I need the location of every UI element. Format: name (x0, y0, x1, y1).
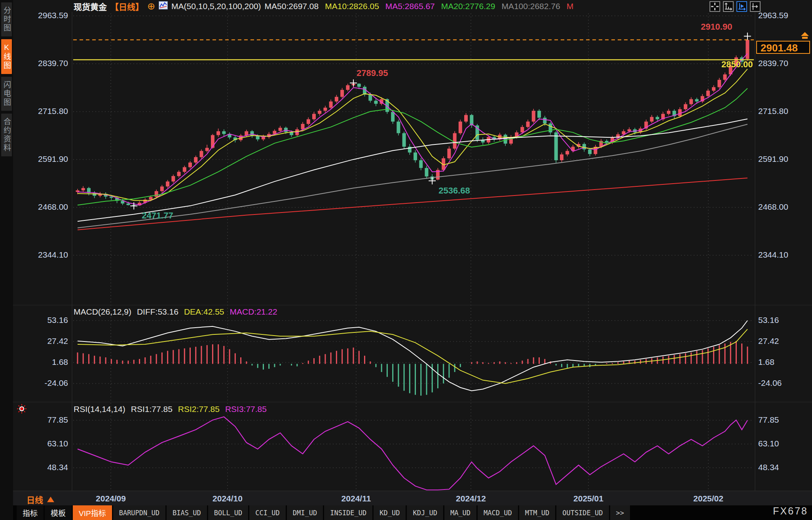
axis-label: 48.34 (758, 463, 779, 472)
axis-label: 1.68 (758, 357, 774, 366)
ma-legend-value: M (567, 2, 574, 11)
bottom-tab-insideud[interactable]: INSIDE_UD (324, 505, 372, 520)
axis-label: 2839.70 (758, 59, 788, 68)
ma-legend-value: MA5:2865.67 (385, 2, 435, 11)
bottom-tab-macdud[interactable]: MACD_UD (478, 505, 518, 520)
axis-label: 2715.80 (758, 106, 788, 116)
axis-label: 77.85 (47, 415, 68, 424)
axis-label: 2344.10 (38, 250, 68, 259)
sidebar-item-kline-chart[interactable]: K线图 (1, 39, 12, 74)
axis-label: 2468.00 (758, 202, 788, 211)
chart-canvas[interactable]: 2963.592963.592839.702839.702715.802715.… (0, 0, 812, 491)
price-annotation: 2536.68 (438, 186, 470, 195)
ma-legend-value: MA100:2682.76 (501, 2, 560, 11)
axis-label: -24.06 (44, 378, 68, 387)
ma-legend-value: MA50:2697.08 (265, 2, 319, 11)
bottom-tab-barupdnud[interactable]: BARUPDN_UD (113, 505, 165, 520)
period-tag: 【日线】 (110, 0, 144, 12)
timeframe-selector[interactable]: 日线 (27, 493, 54, 505)
axis-label: 2839.70 (38, 59, 68, 68)
axis-auto-icon[interactable] (736, 1, 747, 12)
axis-label: 63.10 (47, 439, 68, 448)
macd-params-label: MACD(26,12,9) (74, 307, 131, 317)
mini-chart-icon[interactable] (159, 1, 168, 11)
axis-label: 2715.80 (38, 106, 68, 116)
ma-legend-value: MA10:2826.05 (325, 2, 379, 11)
axis-label: 2591.90 (758, 154, 788, 163)
axis-label: -24.06 (758, 378, 782, 387)
axis-label: 53.16 (47, 315, 68, 325)
rsi-params-label: RSI(14,14,14) (74, 404, 125, 414)
rsi3-value: RSI3:77.85 (225, 404, 267, 414)
shift-right-icon[interactable] (750, 1, 761, 12)
bottom-tab-maud[interactable]: MA_UD (444, 505, 476, 520)
trading-app-window: 2963.592963.592839.702839.702715.802715.… (0, 0, 812, 520)
price-annotation: 2910.90 (701, 22, 732, 32)
month-label: 2025/02 (693, 494, 723, 503)
crosshair-icon[interactable] (710, 1, 720, 12)
bottom-tab-cciud[interactable]: CCI_UD (249, 505, 285, 520)
axis-label: 2468.00 (38, 202, 68, 211)
axis-label: 1.68 (52, 357, 68, 366)
month-label: 2024/09 (96, 494, 126, 503)
axis-scale-icon[interactable] (723, 1, 734, 12)
indicator-tab-bar: 指标模板VIP指标BARUPDN_UDBIAS_UDBOLL_UDCCI_UDD… (0, 505, 812, 520)
timeframe-label: 日线 (27, 493, 43, 505)
macd-pane-header: MACD(26,12,9) DIFF:53.16 DEA:42.55 MACD:… (74, 307, 277, 317)
alert-indicator-icon (17, 404, 27, 416)
macd-value: MACD:21.22 (230, 307, 277, 317)
price-annotation: 2789.95 (357, 68, 388, 78)
axis-label: 2963.59 (38, 11, 68, 20)
bottom-tab-outsideud[interactable]: OUTSIDE_UD (556, 505, 609, 520)
last-price-box: 2901.48 (756, 41, 810, 54)
chart-toolbar (710, 1, 761, 12)
axis-label: 48.34 (47, 463, 68, 472)
axis-label: 27.42 (758, 336, 779, 345)
price-level-label: 2850.00 (721, 59, 753, 69)
caret-up-icon (47, 497, 54, 502)
month-label: 2024/10 (212, 494, 243, 503)
axis-label: 2344.10 (758, 250, 788, 259)
sidebar-item-contract-info[interactable]: 合约资料 (1, 114, 12, 156)
sidebar-item-flash-chart[interactable]: 闪电图 (1, 77, 12, 111)
month-label: 2024/12 (456, 494, 486, 503)
axis-label: 53.16 (758, 315, 779, 325)
brand-watermark: FX678 (773, 505, 808, 517)
bottom-tab-kdjud[interactable]: KDJ_UD (407, 505, 443, 520)
bottom-tab-vip[interactable]: VIP指标 (73, 505, 112, 520)
month-label: 2025/01 (573, 494, 603, 503)
bottom-tab-[interactable]: >> (610, 505, 630, 520)
symbol-title: 现货黄金 (74, 0, 107, 12)
bottom-tab-bollud[interactable]: BOLL_UD (208, 505, 249, 520)
bottom-tab-[interactable]: 模板 (45, 505, 72, 520)
chart-type-sidebar: 分时图K线图闪电图合约资料 (0, 0, 13, 520)
price-up-arrow-icon (800, 32, 810, 42)
macd-diff-value: DIFF:53.16 (137, 307, 178, 317)
rsi1-value: RSI1:77.85 (131, 404, 173, 414)
chart-header: 现货黄金 【日线】 ⊕ MA(50,10,5,20,100,200) MA50:… (74, 1, 573, 12)
price-annotation: 2471.77 (142, 211, 173, 220)
axis-label: 2591.90 (38, 154, 68, 163)
bottom-tab-kdud[interactable]: KD_UD (374, 505, 406, 520)
ma-legend: MA50:2697.08MA10:2826.05MA5:2865.67MA20:… (265, 2, 574, 11)
rsi-pane-header: RSI(14,14,14) RSI1:77.85 RSI2:77.85 RSI3… (74, 404, 267, 414)
bottom-tab-mtmud[interactable]: MTM_UD (519, 505, 555, 520)
ma-legend-value: MA20:2776.29 (441, 2, 495, 11)
rsi2-value: RSI2:77.85 (178, 404, 220, 414)
axis-label: 63.10 (758, 439, 779, 448)
sidebar-item-minute-chart[interactable]: 分时图 (1, 2, 12, 36)
ma-params-label: MA(50,10,5,20,100,200) (171, 2, 261, 11)
time-axis-row: 日线 2024/092024/102024/112024/122025/0120… (13, 491, 812, 506)
axis-label: 27.42 (47, 336, 68, 345)
target-icon[interactable]: ⊕ (147, 2, 155, 11)
axis-label: 77.85 (758, 415, 779, 424)
month-label: 2024/11 (341, 494, 371, 503)
macd-dea-value: DEA:42.55 (184, 307, 224, 317)
bottom-tab-biasud[interactable]: BIAS_UD (167, 505, 207, 520)
bottom-tab-[interactable]: 指标 (17, 505, 44, 520)
axis-label: 2963.59 (758, 11, 788, 20)
bottom-tab-dmiud[interactable]: DMI_UD (287, 505, 323, 520)
